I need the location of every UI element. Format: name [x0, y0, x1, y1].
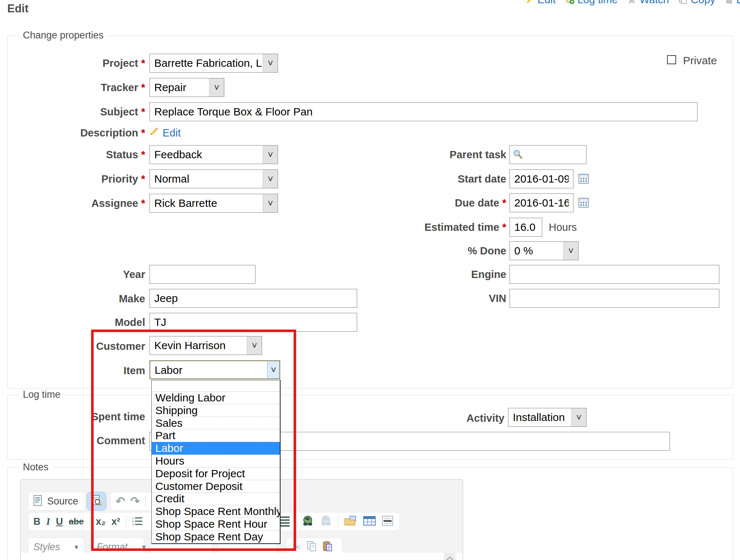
dropdown-option[interactable]: Welding Labor: [152, 392, 280, 404]
engine-input[interactable]: [510, 265, 719, 284]
priority-label: Priority*: [7, 173, 145, 185]
pencil-icon: [526, 0, 535, 4]
source-button[interactable]: Source: [28, 492, 85, 511]
chevron-down-icon: ˅: [263, 146, 278, 164]
description-edit-link[interactable]: Edit: [163, 127, 181, 139]
italic-button[interactable]: I: [46, 517, 50, 527]
copy-action-link[interactable]: Copy: [678, 0, 715, 6]
item-select[interactable]: Labor ˅: [150, 360, 280, 379]
subscript-button[interactable]: x₂: [96, 517, 106, 527]
chevron-up-icon: [446, 556, 453, 560]
dropdown-option[interactable]: Customer Deposit: [152, 480, 280, 493]
percent-done-select[interactable]: 0 % ˅: [510, 241, 578, 260]
estimated-time-label: Estimated time*: [361, 221, 506, 233]
search-icon: [512, 149, 523, 161]
tracker-label: Tracker*: [7, 82, 145, 94]
model-label: Model: [7, 316, 145, 328]
svg-text:1: 1: [132, 516, 134, 520]
underline-button[interactable]: U: [56, 517, 63, 527]
dropdown-option[interactable]: Sales: [152, 417, 280, 430]
tracker-select[interactable]: Repair ˅: [150, 78, 224, 97]
activity-label: Activity: [359, 412, 504, 424]
watch-action-link[interactable]: Watch: [627, 0, 669, 6]
make-label: Make: [7, 293, 145, 305]
due-date-label: Due date*: [361, 197, 506, 209]
year-label: Year: [7, 269, 145, 281]
dropdown-option[interactable]: Shop Space Rent Hour: [152, 518, 280, 531]
toolbar-collapse-button[interactable]: [444, 553, 455, 560]
contextual-action-bar: Edit Log time Watch Copy Delete: [526, 0, 740, 7]
document-magnifier-icon: [91, 495, 102, 507]
due-date-input[interactable]: [510, 193, 573, 212]
customer-select[interactable]: Kevin Harrison ˅: [150, 336, 262, 355]
start-date-label: Start date: [361, 173, 506, 185]
dropdown-option[interactable]: Hours: [152, 455, 280, 467]
redo-icon[interactable]: ↷: [130, 495, 140, 507]
calendar-icon[interactable]: [578, 173, 589, 186]
page-title: Edit: [7, 2, 29, 15]
trash-icon: [725, 0, 733, 4]
toolbar-divider: [338, 516, 338, 527]
horizontal-rule-icon[interactable]: [382, 515, 393, 528]
dropdown-option[interactable]: [152, 380, 280, 392]
project-select[interactable]: Barrette Fabrication, LLC ˅: [150, 54, 278, 73]
strikethrough-button[interactable]: abe: [69, 517, 84, 526]
activity-select[interactable]: Installation ˅: [508, 408, 586, 427]
justify-block-icon[interactable]: [279, 516, 290, 527]
dropdown-option-selected[interactable]: Labor: [152, 442, 280, 455]
estimated-time-input[interactable]: [510, 218, 542, 237]
percent-done-label: % Done: [361, 245, 506, 257]
bold-button[interactable]: B: [33, 517, 41, 527]
dropdown-option[interactable]: Deposit for Project: [152, 467, 280, 480]
assignee-select[interactable]: Rick Barrette ˅: [150, 194, 278, 213]
subject-input[interactable]: [150, 102, 698, 121]
copy-icon: [678, 0, 688, 4]
start-date-input[interactable]: [510, 169, 573, 188]
estimated-time-suffix: Hours: [549, 221, 577, 233]
delete-action-link[interactable]: Delete: [725, 0, 740, 6]
private-checkbox[interactable]: [667, 55, 676, 64]
table-icon[interactable]: [363, 515, 376, 528]
spent-time-label: Spent time: [7, 411, 145, 423]
edit-action-link[interactable]: Edit: [526, 0, 556, 6]
item-dropdown-list: Welding Labor Shipping Sales Part Labor …: [151, 380, 281, 544]
year-input[interactable]: [150, 265, 255, 284]
chevron-down-icon: ˅: [263, 194, 278, 212]
dropdown-option[interactable]: Shipping: [152, 404, 280, 417]
private-label: Private: [683, 54, 717, 67]
unlink-icon[interactable]: [320, 515, 332, 528]
priority-select[interactable]: Normal ˅: [150, 169, 278, 188]
editor-content-area[interactable]: [21, 553, 462, 560]
undo-icon[interactable]: ↶: [115, 495, 125, 507]
toolbar-divider: [295, 516, 296, 527]
engine-label: Engine: [361, 269, 506, 281]
vin-input[interactable]: [510, 289, 719, 308]
dropdown-option[interactable]: Part: [152, 429, 280, 442]
chevron-down-icon: ˅: [267, 361, 279, 379]
vin-label: VIN: [361, 293, 506, 304]
clock-icon: [565, 0, 575, 4]
dropdown-option[interactable]: Shop Space Rent Monthly: [152, 505, 280, 518]
make-input[interactable]: [150, 289, 357, 308]
link-icon[interactable]: [302, 515, 314, 528]
star-icon: [627, 0, 637, 4]
copy-pale-icon[interactable]: [307, 541, 317, 553]
calendar-icon[interactable]: [578, 197, 589, 210]
model-input[interactable]: [150, 313, 357, 332]
toolbar-divider: [145, 496, 146, 507]
document-preview-button[interactable]: [87, 492, 106, 511]
paste-icon[interactable]: [323, 541, 333, 553]
svg-text:2: 2: [132, 520, 134, 523]
log-time-legend: Log time: [19, 389, 64, 400]
status-select[interactable]: Feedback ˅: [150, 145, 278, 164]
image-icon[interactable]: [344, 515, 357, 528]
chevron-down-icon: ˅: [247, 336, 262, 355]
chevron-down-icon: ˅: [263, 54, 278, 72]
log-time-action-link[interactable]: Log time: [565, 0, 618, 6]
dropdown-option[interactable]: Credit: [152, 492, 280, 505]
numbered-list-icon[interactable]: 123: [132, 516, 143, 527]
superscript-button[interactable]: x²: [111, 517, 120, 527]
dropdown-option[interactable]: Shop Space Rent Day: [152, 531, 280, 543]
source-code-icon: [33, 495, 42, 507]
cut-icon[interactable]: ✂: [292, 541, 301, 553]
